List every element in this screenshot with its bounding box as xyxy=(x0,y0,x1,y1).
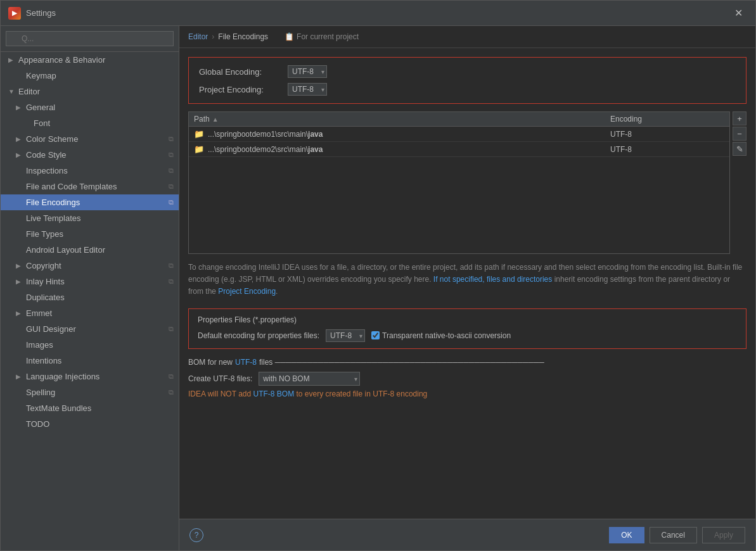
table-row[interactable]: 📁 ...\springbootdemo1\src\main\java UTF-… xyxy=(189,127,729,142)
edit-path-button[interactable]: ✎ xyxy=(733,142,746,156)
encoding-value: UTF-8 xyxy=(610,145,724,154)
sidebar-item-spelling[interactable]: Spelling ⧉ xyxy=(1,384,179,400)
chevron-right-icon: ▶ xyxy=(8,56,16,63)
copy-icon: ⧉ xyxy=(169,388,174,396)
if-not-specified-link[interactable]: If not specified, files and directories xyxy=(433,275,552,284)
col-path-label: Path xyxy=(194,115,210,124)
search-box: 🔍 xyxy=(1,26,179,52)
path-bold: java xyxy=(308,145,323,154)
sidebar-item-keymap[interactable]: Keymap xyxy=(1,68,179,84)
bom-section: BOM for new UTF-8 files ────────────────… xyxy=(188,358,746,398)
title-bar: ▶ Settings ✕ xyxy=(1,1,755,26)
sidebar-item-file-encodings[interactable]: File Encodings ⧉ xyxy=(1,194,179,210)
window-title: Settings xyxy=(26,8,729,18)
sidebar-item-label: General xyxy=(26,103,174,112)
copy-icon: ⧉ xyxy=(169,135,174,143)
main-panel: Editor › File Encodings 📋 For current pr… xyxy=(179,26,755,550)
sidebar-item-inlay-hints[interactable]: ▶ Inlay Hints ⧉ xyxy=(1,274,179,289)
path-table-header: Path ▲ Encoding xyxy=(189,112,729,127)
bom-title: BOM for new UTF-8 files ────────────────… xyxy=(188,358,746,367)
sidebar-item-code-style[interactable]: ▶ Code Style ⧉ xyxy=(1,147,179,163)
transparent-conversion-label: Transparent native-to-ascii conversion xyxy=(371,331,511,340)
sidebar-item-label: File Types xyxy=(26,229,174,239)
sidebar-item-emmet[interactable]: ▶ Emmet xyxy=(1,305,179,321)
bom-title-suffix: files ──────────────────────────────────… xyxy=(259,358,544,367)
sidebar-item-label: Inlay Hints xyxy=(26,277,166,286)
bom-utf8-link: UTF-8 xyxy=(235,358,257,367)
chevron-right-icon: ▶ xyxy=(16,278,23,285)
sidebar-item-label: TODO xyxy=(26,419,174,429)
sidebar-item-intentions[interactable]: Intentions xyxy=(1,353,179,369)
sidebar-item-file-code-templates[interactable]: File and Code Templates ⧉ xyxy=(1,179,179,194)
encoding-value: UTF-8 xyxy=(610,130,724,139)
sidebar-item-label: Emmet xyxy=(26,308,174,318)
bom-note: IDEA will NOT add UTF-8 BOM to every cre… xyxy=(188,390,746,398)
main-content: Global Encoding: UTF-8 Project Encoding:… xyxy=(179,48,755,519)
chevron-right-icon: ▶ xyxy=(16,262,23,269)
sidebar-item-label: Language Injections xyxy=(26,372,166,381)
sidebar-item-live-templates[interactable]: Live Templates xyxy=(1,210,179,226)
sidebar-item-label: Editor xyxy=(18,87,174,96)
sidebar-item-font[interactable]: Font xyxy=(1,115,179,131)
transparent-conversion-checkbox[interactable] xyxy=(371,331,380,339)
cancel-button[interactable]: Cancel xyxy=(650,527,697,543)
sidebar-item-label: TextMate Bundles xyxy=(26,403,174,413)
table-row[interactable]: 📁 ...\springbootdemo2\src\main\java UTF-… xyxy=(189,142,729,157)
col-path-header: Path ▲ xyxy=(194,115,610,124)
project-encoding-select-wrap: UTF-8 xyxy=(288,83,327,96)
sidebar-item-editor[interactable]: ▼ Editor xyxy=(1,84,179,99)
bottom-bar: ? OK Cancel Apply xyxy=(179,519,755,550)
sidebar-item-file-types[interactable]: File Types xyxy=(1,226,179,242)
project-encoding-select[interactable]: UTF-8 xyxy=(288,83,327,96)
sidebar-item-label: Appearance & Behavior xyxy=(18,55,174,65)
path-prefix: ...\springbootdemo1\src\main\ xyxy=(208,130,308,139)
sidebar-item-label: Duplicates xyxy=(26,293,174,302)
sidebar-item-copyright[interactable]: ▶ Copyright ⧉ xyxy=(1,258,179,274)
encoding-section: Global Encoding: UTF-8 Project Encoding:… xyxy=(188,57,746,104)
bom-select-wrap: with NO BOM xyxy=(259,372,360,386)
sidebar-item-label: Copyright xyxy=(26,261,166,270)
bom-title-prefix: BOM for new xyxy=(188,358,233,367)
sidebar-item-label: Intentions xyxy=(26,356,174,365)
sidebar-item-gui-designer[interactable]: GUI Designer ⧉ xyxy=(1,321,179,337)
project-encoding-link[interactable]: Project Encoding xyxy=(218,287,276,296)
copy-icon: ⧉ xyxy=(169,167,174,175)
apply-button[interactable]: Apply xyxy=(702,527,745,543)
global-encoding-row: Global Encoding: UTF-8 xyxy=(199,65,736,78)
folder-icon: 📁 xyxy=(194,144,204,154)
breadcrumb-project: 📋 For current project xyxy=(285,32,359,41)
sidebar-item-android-layout-editor[interactable]: Android Layout Editor xyxy=(1,242,179,258)
sidebar-item-language-injections[interactable]: ▶ Language Injections ⧉ xyxy=(1,369,179,384)
sort-asc-icon[interactable]: ▲ xyxy=(212,116,219,123)
sidebar-item-general[interactable]: ▶ General xyxy=(1,99,179,115)
chevron-down-icon: ▼ xyxy=(8,88,16,95)
sidebar-item-inspections[interactable]: Inspections ⧉ xyxy=(1,163,179,179)
copy-icon: ⧉ xyxy=(169,182,174,191)
ok-button[interactable]: OK xyxy=(609,527,644,543)
properties-encoding-select[interactable]: UTF-8 xyxy=(326,329,365,342)
search-input[interactable] xyxy=(6,31,174,46)
breadcrumb-parent[interactable]: Editor xyxy=(188,32,208,41)
path-prefix: ...\springbootdemo2\src\main\ xyxy=(208,145,308,154)
chevron-right-icon: ▶ xyxy=(16,151,23,158)
sidebar-item-duplicates[interactable]: Duplicates xyxy=(1,289,179,305)
sidebar-item-appearance[interactable]: ▶ Appearance & Behavior xyxy=(1,52,179,68)
sidebar-item-images[interactable]: Images xyxy=(1,337,179,353)
bom-note-prefix: IDEA will NOT add xyxy=(188,390,253,398)
sidebar-item-label: Live Templates xyxy=(26,213,174,223)
remove-path-button[interactable]: − xyxy=(733,127,746,141)
chevron-right-icon: ▶ xyxy=(16,104,23,111)
bom-value-select[interactable]: with NO BOM xyxy=(259,372,360,386)
sidebar-item-label: Color Scheme xyxy=(26,134,166,144)
sidebar-item-label: Font xyxy=(34,118,174,128)
add-path-button[interactable]: + xyxy=(733,111,746,125)
global-encoding-select[interactable]: UTF-8 xyxy=(288,65,327,78)
sidebar-item-label: Images xyxy=(26,340,174,350)
sidebar-item-textmate-bundles[interactable]: TextMate Bundles xyxy=(1,400,179,416)
transparent-conversion-text: Transparent native-to-ascii conversion xyxy=(382,331,511,340)
help-button[interactable]: ? xyxy=(189,528,203,542)
sidebar-item-color-scheme[interactable]: ▶ Color Scheme ⧉ xyxy=(1,131,179,147)
sidebar-item-todo[interactable]: TODO xyxy=(1,416,179,432)
close-button[interactable]: ✕ xyxy=(729,4,748,22)
sidebar-item-label: Code Style xyxy=(26,150,166,160)
